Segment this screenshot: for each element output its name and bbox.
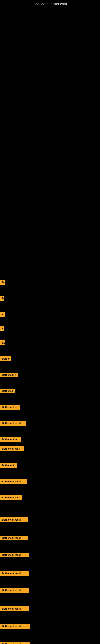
- bar-row-4: Bo: [0, 340, 5, 345]
- bar-row-9: Bottleneck result: [0, 421, 26, 426]
- bottleneck-bar-15: Bottleneck result: [0, 518, 28, 522]
- bottleneck-bar-11: Bottleneck resu: [0, 446, 24, 451]
- bottleneck-bar-3: B: [0, 326, 4, 331]
- bar-row-12: Bottleneck: [0, 463, 17, 468]
- bottleneck-bar-4: Bo: [0, 340, 5, 345]
- bar-row-2: Bo: [0, 312, 5, 317]
- site-title-container: TheBottlenecker.com: [0, 0, 100, 8]
- bar-row-16: Bottleneck result: [0, 536, 28, 540]
- bottleneck-bar-14: Bottleneck res: [0, 495, 22, 500]
- bottleneck-bar-8: Bottleneck re: [0, 405, 20, 410]
- bottleneck-bar-16: Bottleneck result: [0, 536, 28, 540]
- bars-wrapper: BBBoBBoBottlenBottleneck rBottlenecBottl…: [0, 8, 100, 644]
- bar-row-20: Bottleneck result: [0, 606, 29, 611]
- bottleneck-bar-1: B: [0, 296, 4, 301]
- bottleneck-bar-0: B: [0, 280, 5, 285]
- bar-row-0: B: [0, 280, 5, 285]
- bottleneck-bar-6: Bottleneck r: [0, 372, 18, 377]
- bar-row-13: Bottleneck result: [0, 479, 27, 484]
- bar-row-15: Bottleneck result: [0, 518, 28, 522]
- bar-row-1: B: [0, 296, 4, 301]
- bar-row-22: Bottleneck result: [0, 642, 30, 644]
- bottleneck-bar-9: Bottleneck result: [0, 421, 26, 426]
- bottleneck-bar-18: Bottleneck result: [0, 571, 29, 576]
- bottleneck-bar-7: Bottlenec: [0, 388, 15, 394]
- bottleneck-bar-17: Bottleneck result: [0, 553, 29, 558]
- bottleneck-bar-22: Bottleneck result: [0, 642, 30, 644]
- bottleneck-bar-20: Bottleneck result: [0, 606, 29, 611]
- bottleneck-bar-10: Bottleneck re: [0, 437, 21, 442]
- bar-row-8: Bottleneck re: [0, 405, 20, 410]
- bar-row-3: B: [0, 326, 4, 331]
- site-title: TheBottlenecker.com: [0, 0, 100, 8]
- bar-row-10: Bottleneck re: [0, 437, 21, 442]
- bottleneck-bar-19: Bottleneck result: [0, 588, 29, 593]
- bar-row-21: Bottleneck result: [0, 624, 30, 629]
- bottleneck-bar-2: Bo: [0, 312, 5, 317]
- bar-row-14: Bottleneck res: [0, 495, 22, 500]
- bar-row-18: Bottleneck result: [0, 571, 29, 576]
- bar-row-19: Bottleneck result: [0, 588, 29, 593]
- bar-row-7: Bottlenec: [0, 388, 15, 394]
- bottleneck-bar-21: Bottleneck result: [0, 624, 30, 629]
- bottleneck-bar-13: Bottleneck result: [0, 479, 27, 484]
- bar-row-11: Bottleneck resu: [0, 446, 24, 451]
- bar-row-17: Bottleneck result: [0, 553, 29, 558]
- bar-row-6: Bottleneck r: [0, 372, 18, 377]
- bar-row-5: Bottlen: [0, 356, 11, 361]
- bottleneck-bar-5: Bottlen: [0, 356, 11, 361]
- bottleneck-bar-12: Bottleneck: [0, 463, 17, 468]
